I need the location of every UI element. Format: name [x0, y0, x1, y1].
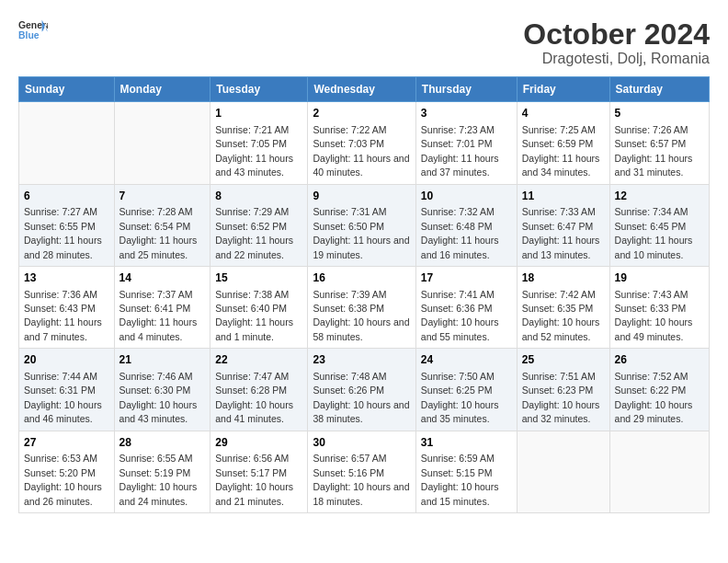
day-number: 31 — [421, 435, 512, 451]
svg-text:Blue: Blue — [18, 30, 40, 40]
sunrise-text: Sunrise: 7:32 AMSunset: 6:48 PMDaylight:… — [421, 206, 499, 259]
day-number: 3 — [421, 106, 512, 121]
sunrise-text: Sunrise: 7:51 AMSunset: 6:23 PMDaylight:… — [522, 371, 600, 424]
table-cell: 8 Sunrise: 7:29 AMSunset: 6:52 PMDayligh… — [210, 184, 308, 266]
day-number: 5 — [615, 106, 704, 121]
sunrise-text: Sunrise: 7:25 AMSunset: 6:59 PMDaylight:… — [522, 124, 600, 178]
sunrise-text: Sunrise: 7:36 AMSunset: 6:43 PMDaylight:… — [24, 289, 102, 342]
day-number: 25 — [522, 352, 605, 368]
sunrise-text: Sunrise: 7:21 AMSunset: 7:05 PMDaylight:… — [215, 124, 293, 178]
table-cell: 19 Sunrise: 7:43 AMSunset: 6:33 PMDaylig… — [609, 266, 709, 348]
table-cell: 27 Sunrise: 6:53 AMSunset: 5:20 PMDaylig… — [19, 431, 115, 512]
calendar-week-row: 27 Sunrise: 6:53 AMSunset: 5:20 PMDaylig… — [19, 431, 710, 512]
calendar-week-row: 13 Sunrise: 7:36 AMSunset: 6:43 PMDaylig… — [19, 266, 710, 348]
sunrise-text: Sunrise: 6:56 AMSunset: 5:17 PMDaylight:… — [215, 453, 293, 506]
day-number: 8 — [215, 189, 302, 204]
day-number: 10 — [421, 189, 512, 204]
table-cell — [114, 102, 210, 184]
table-cell: 7 Sunrise: 7:28 AMSunset: 6:54 PMDayligh… — [114, 184, 210, 266]
sunrise-text: Sunrise: 7:26 AMSunset: 6:57 PMDaylight:… — [615, 124, 693, 178]
table-cell: 6 Sunrise: 7:27 AMSunset: 6:55 PMDayligh… — [19, 184, 115, 266]
day-number: 15 — [215, 270, 302, 286]
day-number: 7 — [119, 189, 206, 204]
table-cell: 25 Sunrise: 7:51 AMSunset: 6:23 PMDaylig… — [517, 349, 609, 431]
sunrise-text: Sunrise: 7:48 AMSunset: 6:26 PMDaylight:… — [313, 371, 409, 424]
day-number: 6 — [24, 189, 109, 204]
day-number: 22 — [215, 352, 302, 368]
sunrise-text: Sunrise: 7:39 AMSunset: 6:38 PMDaylight:… — [313, 289, 409, 342]
sunrise-text: Sunrise: 7:33 AMSunset: 6:47 PMDaylight:… — [522, 206, 600, 259]
table-cell: 15 Sunrise: 7:38 AMSunset: 6:40 PMDaylig… — [210, 266, 308, 348]
day-number: 19 — [615, 270, 704, 286]
table-cell: 5 Sunrise: 7:26 AMSunset: 6:57 PMDayligh… — [609, 102, 709, 184]
header-monday: Monday — [114, 77, 210, 102]
table-cell: 24 Sunrise: 7:50 AMSunset: 6:25 PMDaylig… — [415, 349, 517, 431]
day-number: 9 — [313, 189, 410, 204]
table-cell: 28 Sunrise: 6:55 AMSunset: 5:19 PMDaylig… — [114, 431, 210, 512]
header-friday: Friday — [517, 77, 609, 102]
calendar-week-row: 20 Sunrise: 7:44 AMSunset: 6:31 PMDaylig… — [19, 349, 710, 431]
table-cell — [19, 102, 115, 184]
sunrise-text: Sunrise: 7:43 AMSunset: 6:33 PMDaylight:… — [615, 289, 693, 342]
sunrise-text: Sunrise: 6:53 AMSunset: 5:20 PMDaylight:… — [24, 453, 102, 506]
table-cell: 2 Sunrise: 7:22 AMSunset: 7:03 PMDayligh… — [308, 102, 415, 184]
table-cell: 18 Sunrise: 7:42 AMSunset: 6:35 PMDaylig… — [517, 266, 609, 348]
sunrise-text: Sunrise: 7:22 AMSunset: 7:03 PMDaylight:… — [313, 124, 409, 178]
table-cell: 9 Sunrise: 7:31 AMSunset: 6:50 PMDayligh… — [308, 184, 415, 266]
day-number: 18 — [522, 270, 605, 286]
sunrise-text: Sunrise: 7:42 AMSunset: 6:35 PMDaylight:… — [522, 289, 600, 342]
table-cell: 31 Sunrise: 6:59 AMSunset: 5:15 PMDaylig… — [415, 431, 517, 512]
sunrise-text: Sunrise: 7:50 AMSunset: 6:25 PMDaylight:… — [421, 371, 499, 424]
day-number: 11 — [522, 189, 605, 204]
day-number: 13 — [24, 270, 109, 286]
day-number: 24 — [421, 352, 512, 368]
table-cell: 1 Sunrise: 7:21 AMSunset: 7:05 PMDayligh… — [210, 102, 308, 184]
table-cell — [517, 431, 609, 512]
day-number: 23 — [313, 352, 410, 368]
day-number: 16 — [313, 270, 410, 286]
table-cell: 17 Sunrise: 7:41 AMSunset: 6:36 PMDaylig… — [415, 266, 517, 348]
sunrise-text: Sunrise: 7:34 AMSunset: 6:45 PMDaylight:… — [615, 206, 693, 259]
title-block: October 2024 Dragotesti, Dolj, Romania — [523, 18, 710, 67]
sunrise-text: Sunrise: 7:41 AMSunset: 6:36 PMDaylight:… — [421, 289, 499, 342]
calendar-week-row: 1 Sunrise: 7:21 AMSunset: 7:05 PMDayligh… — [19, 102, 710, 184]
page-header: General Blue October 2024 Dragotesti, Do… — [18, 18, 710, 67]
table-cell: 14 Sunrise: 7:37 AMSunset: 6:41 PMDaylig… — [114, 266, 210, 348]
table-cell: 3 Sunrise: 7:23 AMSunset: 7:01 PMDayligh… — [415, 102, 517, 184]
header-sunday: Sunday — [19, 77, 115, 102]
sunrise-text: Sunrise: 7:46 AMSunset: 6:30 PMDaylight:… — [119, 371, 198, 424]
table-cell: 10 Sunrise: 7:32 AMSunset: 6:48 PMDaylig… — [415, 184, 517, 266]
sunrise-text: Sunrise: 7:52 AMSunset: 6:22 PMDaylight:… — [615, 371, 693, 424]
day-number: 20 — [24, 352, 109, 368]
day-number: 21 — [119, 352, 206, 368]
table-cell: 26 Sunrise: 7:52 AMSunset: 6:22 PMDaylig… — [609, 349, 709, 431]
day-number: 27 — [24, 435, 109, 451]
day-number: 29 — [215, 435, 302, 451]
header-tuesday: Tuesday — [210, 77, 308, 102]
day-number: 4 — [522, 106, 605, 121]
header-thursday: Thursday — [415, 77, 517, 102]
day-number: 17 — [421, 270, 512, 286]
day-number: 12 — [615, 189, 704, 204]
logo: General Blue — [18, 18, 48, 44]
table-cell: 11 Sunrise: 7:33 AMSunset: 6:47 PMDaylig… — [517, 184, 609, 266]
table-cell: 13 Sunrise: 7:36 AMSunset: 6:43 PMDaylig… — [19, 266, 115, 348]
table-cell: 4 Sunrise: 7:25 AMSunset: 6:59 PMDayligh… — [517, 102, 609, 184]
sunrise-text: Sunrise: 7:47 AMSunset: 6:28 PMDaylight:… — [215, 371, 293, 424]
sunrise-text: Sunrise: 7:27 AMSunset: 6:55 PMDaylight:… — [24, 206, 102, 259]
sunrise-text: Sunrise: 6:59 AMSunset: 5:15 PMDaylight:… — [421, 453, 499, 506]
day-number: 28 — [119, 435, 206, 451]
table-cell: 30 Sunrise: 6:57 AMSunset: 5:16 PMDaylig… — [308, 431, 415, 512]
sunrise-text: Sunrise: 6:55 AMSunset: 5:19 PMDaylight:… — [119, 453, 198, 506]
table-cell: 23 Sunrise: 7:48 AMSunset: 6:26 PMDaylig… — [308, 349, 415, 431]
sunrise-text: Sunrise: 7:31 AMSunset: 6:50 PMDaylight:… — [313, 206, 409, 259]
table-cell: 20 Sunrise: 7:44 AMSunset: 6:31 PMDaylig… — [19, 349, 115, 431]
weekday-header-row: Sunday Monday Tuesday Wednesday Thursday… — [19, 77, 710, 102]
day-number: 2 — [313, 106, 410, 121]
header-wednesday: Wednesday — [308, 77, 415, 102]
sunrise-text: Sunrise: 7:28 AMSunset: 6:54 PMDaylight:… — [119, 206, 198, 259]
location-subtitle: Dragotesti, Dolj, Romania — [523, 51, 710, 67]
sunrise-text: Sunrise: 7:38 AMSunset: 6:40 PMDaylight:… — [215, 289, 293, 342]
day-number: 30 — [313, 435, 410, 451]
calendar-week-row: 6 Sunrise: 7:27 AMSunset: 6:55 PMDayligh… — [19, 184, 710, 266]
